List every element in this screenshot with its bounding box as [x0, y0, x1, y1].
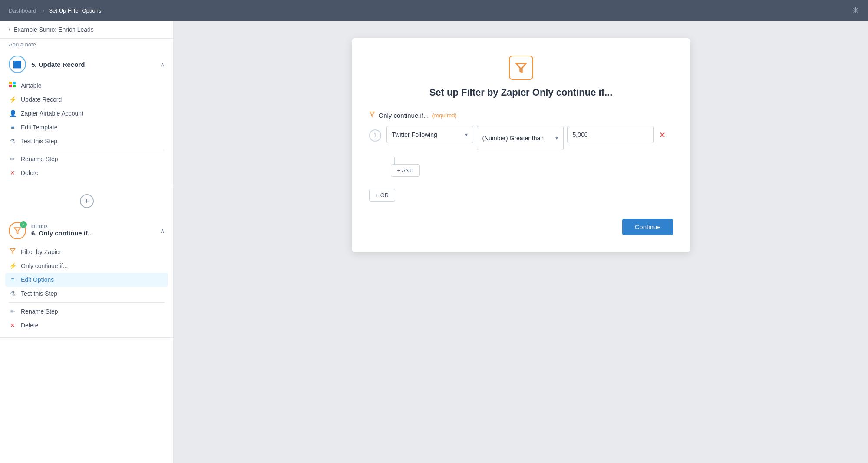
lightning-icon: ⚡	[9, 96, 17, 103]
or-area: + OR	[369, 189, 673, 212]
field-dropdown-arrow: ▾	[465, 132, 468, 138]
flask-icon-6: ⚗	[9, 290, 17, 297]
lines-icon: ≡	[9, 124, 17, 131]
svg-rect-3	[13, 85, 16, 87]
required-badge: (required)	[432, 112, 456, 119]
step-5-menu: Airtable ⚡ Update Record 👤 Zapier Airtab…	[0, 78, 173, 185]
main-layout: / Example Sumo: Enrich Leads Add a note …	[0, 21, 868, 463]
edit-options-label: Edit Options	[21, 276, 54, 283]
sidebar-item-test-step-5[interactable]: ⚗ Test this Step	[9, 134, 165, 148]
step-6-info: FILTER 6. Only continue if...	[31, 225, 155, 237]
sidebar-item-airtable[interactable]: Airtable	[9, 78, 165, 93]
x-icon-6: ✕	[9, 322, 17, 329]
sidebar-item-zapier-account[interactable]: 👤 Zapier Airtable Account	[9, 106, 165, 120]
modal-title: Set up Filter by Zapier Only continue if…	[429, 87, 613, 98]
zapier-account-label: Zapier Airtable Account	[21, 110, 83, 117]
update-record-label: Update Record	[21, 96, 62, 103]
airtable-icon	[9, 82, 17, 89]
lightning-icon-6: ⚡	[9, 262, 17, 269]
modal-footer: Continue	[369, 219, 673, 235]
step-5-title: 5. Update Record	[31, 61, 155, 68]
and-connector: + AND	[391, 157, 673, 184]
modal-header: Set up Filter by Zapier Only continue if…	[369, 56, 673, 98]
step-5-collapse[interactable]: ∧	[160, 61, 165, 68]
step-5-info: 5. Update Record	[31, 61, 155, 68]
filter-section-label: Only continue if... (required)	[369, 111, 673, 119]
filter-modal: Set up Filter by Zapier Only continue if…	[352, 38, 690, 252]
step-6-header[interactable]: ✓ FILTER 6. Only continue if... ∧	[0, 217, 173, 245]
filter-label-text: Only continue if...	[379, 112, 429, 119]
test-step-5-label: Test this Step	[21, 138, 57, 145]
svg-marker-7	[370, 112, 375, 117]
sidebar-item-delete-6[interactable]: ✕ Delete	[9, 318, 165, 332]
step-6-section: ✓ FILTER 6. Only continue if... ∧	[0, 217, 173, 338]
pencil-icon-6: ✏	[9, 308, 17, 315]
pencil-icon-5: ✏	[9, 155, 17, 162]
value-input[interactable]	[567, 126, 654, 143]
sidebar-item-only-continue[interactable]: ⚡ Only continue if...	[9, 259, 165, 273]
breadcrumb-arrow: →	[40, 7, 46, 14]
svg-rect-1	[13, 82, 16, 84]
vert-line	[394, 157, 395, 164]
filter-label-icon	[369, 111, 375, 119]
and-button[interactable]: + AND	[391, 164, 420, 177]
breadcrumb-dashboard[interactable]: Dashboard	[9, 7, 36, 14]
sidebar-item-edit-template[interactable]: ≡ Edit Template	[9, 120, 165, 134]
svg-marker-4	[14, 228, 21, 234]
sidebar-item-edit-options[interactable]: ≡ Edit Options	[5, 273, 168, 287]
person-icon: 👤	[9, 110, 17, 117]
or-button[interactable]: + OR	[369, 189, 396, 202]
remove-condition-button[interactable]: ✕	[657, 130, 667, 140]
sidebar-item-test-step-6[interactable]: ⚗ Test this Step	[9, 287, 165, 301]
flask-icon: ⚗	[9, 138, 17, 145]
lines-icon-6: ≡	[9, 276, 17, 283]
workflow-name: Example Sumo: Enrich Leads	[13, 26, 93, 33]
condition-number: 1	[369, 129, 381, 142]
add-step-area: +	[0, 185, 173, 217]
add-step-button[interactable]: +	[80, 194, 94, 208]
divider-1	[9, 150, 165, 150]
add-note-button[interactable]: Add a note	[0, 39, 45, 50]
condition-dropdown-arrow: ▾	[555, 135, 558, 141]
field-value: Twitter Following	[392, 131, 437, 138]
step-6-menu: Filter by Zapier ⚡ Only continue if... ≡…	[0, 245, 173, 337]
filter-small-icon	[9, 248, 17, 255]
pencil-icon: /	[9, 26, 10, 33]
step-5-icon-circle: 🟦	[9, 56, 26, 73]
svg-marker-5	[10, 249, 15, 254]
sidebar-item-rename-step-5[interactable]: ✏ Rename Step	[9, 152, 165, 166]
field-dropdown[interactable]: Twitter Following ▾	[386, 126, 473, 143]
divider-2	[9, 302, 165, 303]
sidebar-header: / Example Sumo: Enrich Leads	[0, 21, 173, 39]
rename-step-5-label: Rename Step	[21, 155, 58, 162]
only-continue-label: Only continue if...	[21, 262, 68, 269]
check-badge: ✓	[20, 221, 27, 228]
continue-button[interactable]: Continue	[622, 219, 673, 235]
edit-template-label: Edit Template	[21, 124, 58, 131]
filter-by-zapier-label: Filter by Zapier	[21, 248, 61, 255]
sidebar: / Example Sumo: Enrich Leads Add a note …	[0, 21, 174, 463]
step-6-collapse[interactable]: ∧	[160, 227, 165, 234]
sidebar-item-update-record[interactable]: ⚡ Update Record	[9, 93, 165, 106]
breadcrumb-current: Set Up Filter Options	[49, 7, 102, 14]
condition-value: (Number) Greater than	[482, 135, 544, 142]
filter-label-small: FILTER	[31, 225, 155, 229]
step-5-header[interactable]: 🟦 5. Update Record ∧	[0, 50, 173, 78]
svg-rect-0	[9, 82, 12, 84]
sidebar-item-rename-step-6[interactable]: ✏ Rename Step	[9, 304, 165, 318]
filter-controls: Twitter Following ▾ (Number) Greater tha…	[386, 126, 667, 150]
spinner-icon: ✳	[852, 5, 859, 16]
sidebar-item-delete-5[interactable]: ✕ Delete	[9, 166, 165, 180]
sidebar-item-filter-by-zapier[interactable]: Filter by Zapier	[9, 245, 165, 259]
delete-5-label: Delete	[21, 169, 38, 176]
svg-rect-2	[9, 85, 12, 87]
condition-dropdown[interactable]: (Number) Greater than ▾	[477, 126, 564, 150]
step-5-section: 🟦 5. Update Record ∧	[0, 50, 173, 185]
step-6-title: 6. Only continue if...	[31, 229, 155, 237]
top-nav: Dashboard → Set Up Filter Options ✳	[0, 0, 868, 21]
filter-row-1: 1 Twitter Following ▾ (Number) Greater t…	[369, 126, 673, 150]
filter-icon	[515, 62, 527, 74]
filter-icon-box	[509, 56, 533, 80]
airtable-label: Airtable	[21, 82, 41, 89]
x-icon-5: ✕	[9, 169, 17, 176]
